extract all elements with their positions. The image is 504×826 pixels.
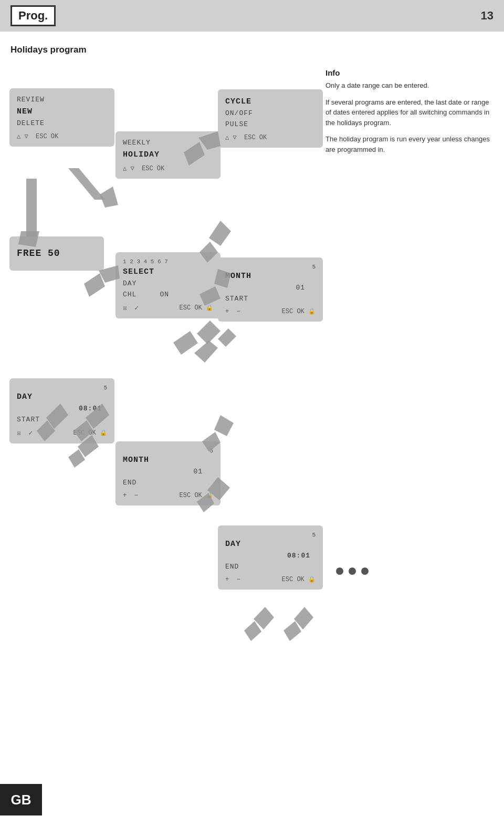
screen-month-end-line2: 01 <box>123 467 213 478</box>
screen-select-footer-right: ESC OK <box>180 304 213 312</box>
lock-icon <box>206 304 213 312</box>
screen-day-start-footer-left <box>17 429 33 437</box>
svg-marker-16 <box>218 328 236 347</box>
screen-month-end-footer-right: ESC OK <box>180 492 213 499</box>
screen-month-end-footer-left: + − <box>123 492 138 499</box>
screen-day-end-footer: + − ESC OK <box>225 576 316 583</box>
screen-month-start-footer-right: ESC OK <box>282 308 316 315</box>
screen-weekly-footer: △ ▽ ESC OK <box>123 164 213 172</box>
screen-review-line1: REVIEW <box>17 95 107 106</box>
continuation-dots <box>336 567 369 575</box>
screen-month-start: 5 MONTH 01 START + − ESC OK <box>218 257 323 322</box>
page-number: 13 <box>481 9 494 23</box>
screen-free-line1: FREE 50 <box>17 246 97 261</box>
screen-weekly-line2: HOLIDAY <box>123 149 213 161</box>
screen-month-end-footer: + − ESC OK <box>123 492 213 499</box>
screen-cycle: CYCLE ON/OFF PULSE △ ▽ ESC OK <box>218 89 323 148</box>
review-footer-text: △ ▽ ESC OK <box>17 132 58 140</box>
screen-month-start-footer-left: + − <box>225 308 240 315</box>
screen-day-start-line3: START <box>17 415 107 426</box>
screen-month-start-footer: + − ESC OK <box>225 308 316 315</box>
screen-review-line2: NEW <box>17 106 107 118</box>
screen-day-start: 5 DAY 08:01 START ESC OK <box>9 378 114 443</box>
arrow13 <box>284 607 313 641</box>
screen-day-end: 5 DAY 08:01 END + − ESC OK <box>218 525 323 590</box>
checkmark-icon2 <box>28 430 33 437</box>
screen-select-line1: SELECT <box>123 266 213 278</box>
svg-marker-8 <box>84 273 105 297</box>
screen-select-line3: CHL ON <box>123 290 213 301</box>
dot1 <box>336 567 343 575</box>
screen-month-end-line1: MONTH <box>123 454 213 467</box>
screen-cycle-line3: PULSE <box>225 119 316 130</box>
checkmark-icon <box>134 305 139 312</box>
svg-marker-17 <box>194 340 218 363</box>
svg-marker-31 <box>294 607 313 629</box>
screen-day-end-footer-left: + − <box>225 576 240 583</box>
svg-marker-11 <box>209 221 231 246</box>
screen-month-start-line2: 01 <box>225 283 316 294</box>
page-title: Holidays program <box>10 45 87 55</box>
screen-day-end-line3: END <box>225 562 316 573</box>
arrow6b <box>194 328 236 363</box>
screen-month-start-line1: MONTH <box>225 270 316 283</box>
prog-logo: Prog. <box>10 5 56 26</box>
screen-review-line3: DELETE <box>17 118 107 129</box>
screen-day-start-line1: DAY <box>17 391 107 404</box>
svg-marker-15 <box>173 331 198 355</box>
screen-weekly-line1: WEEKLY <box>123 138 213 149</box>
screen-select: 1 2 3 4 5 6 7 SELECT DAY CHL ON ESC OK <box>116 252 220 318</box>
svg-marker-25 <box>214 415 234 436</box>
screen-day-end-footer-right: ESC OK <box>282 576 316 583</box>
svg-marker-6 <box>26 179 37 236</box>
screen-day-start-num: 5 <box>17 385 107 391</box>
info-paragraph3: The holiday program is run every year un… <box>326 134 494 154</box>
checkbox-x-icon <box>123 305 127 312</box>
info-title: Info <box>326 68 494 77</box>
dot2 <box>349 567 356 575</box>
dot3 <box>361 567 369 575</box>
arrow12 <box>244 607 274 641</box>
svg-marker-30 <box>284 621 301 641</box>
svg-marker-14 <box>197 321 220 344</box>
svg-marker-28 <box>244 621 261 641</box>
screen-month-end: 5 MONTH 01 END + − ESC OK <box>116 441 220 505</box>
screen-month-start-num: 5 <box>225 264 316 270</box>
screen-day-end-line2: 08:01 <box>225 551 316 562</box>
info-panel: Info Only a date range can be entered. I… <box>326 68 494 161</box>
info-paragraph1: Only a date range can be entered. <box>326 80 494 91</box>
screen-day-end-line1: DAY <box>225 538 316 551</box>
header-bar: Prog. 13 <box>0 0 504 32</box>
screen-month-end-line3: END <box>123 478 213 489</box>
screen-weekly: WEEKLY HOLIDAY △ ▽ ESC OK <box>116 131 220 179</box>
screen-cycle-line2: ON/OFF <box>225 108 316 119</box>
screen-day-start-footer: ESC OK <box>17 429 107 437</box>
cycle-footer-text: △ ▽ ESC OK <box>225 133 267 141</box>
screen-review: REVIEW NEW DELETE △ ▽ ESC OK <box>9 88 114 147</box>
svg-marker-3 <box>100 187 118 208</box>
screen-day-start-footer-right: ESC OK <box>74 429 107 437</box>
screen-select-numrow: 1 2 3 4 5 6 7 <box>123 259 213 265</box>
screen-month-end-num: 5 <box>123 448 213 454</box>
screen-month-start-line3: START <box>225 294 316 305</box>
svg-marker-22 <box>68 449 85 468</box>
lock-icon3 <box>100 429 107 437</box>
svg-marker-2 <box>68 168 105 200</box>
lock-icon5 <box>308 576 316 583</box>
checkbox-x-icon2 <box>17 430 21 437</box>
screen-select-line2: DAY <box>123 278 213 290</box>
lock-icon4 <box>206 492 213 499</box>
screen-day-end-num: 5 <box>225 532 316 538</box>
screen-cycle-footer: △ ▽ ESC OK <box>225 133 316 141</box>
info-paragraph2: If several programs are entered, the las… <box>326 97 494 128</box>
screen-cycle-line1: CYCLE <box>225 96 316 108</box>
screen-review-footer: △ ▽ ESC OK <box>17 132 107 140</box>
screen-select-footer: ESC OK <box>123 304 213 312</box>
weekly-footer-text: △ ▽ ESC OK <box>123 164 164 172</box>
arrow1 <box>68 168 118 208</box>
arrow6 <box>173 321 220 355</box>
screen-day-start-line2: 08:01 <box>17 404 107 415</box>
lock-icon2 <box>308 308 316 315</box>
screen-free: FREE 50 <box>9 236 104 271</box>
screen-select-footer-left <box>123 304 139 312</box>
